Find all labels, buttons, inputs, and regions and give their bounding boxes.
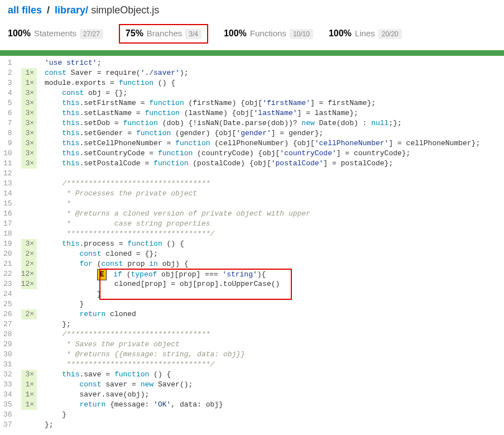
- code-line: this.setDob = function (dob) {!isNaN(Dat…: [40, 118, 504, 128]
- stat-pct: 100%: [224, 28, 247, 39]
- code-line: const Saver = require('./saver');: [40, 68, 504, 78]
- line-number: 16: [3, 209, 12, 219]
- code-line: this.setCellPhoneNumber = function (cell…: [40, 138, 504, 149]
- hit-count: [21, 360, 37, 370]
- stat-lines: 100% Lines 20/20: [329, 28, 402, 39]
- hit-count: 3×: [21, 88, 37, 98]
- line-number: 31: [3, 360, 12, 370]
- hit-count: [21, 329, 37, 340]
- stat-fraction: 27/27: [80, 29, 103, 39]
- code-line: this.setLastName = function (lastName) {…: [40, 108, 504, 118]
- breadcrumb-sep: /: [45, 4, 52, 16]
- stat-pct: 100%: [8, 28, 31, 39]
- hit-count: [21, 340, 37, 350]
- line-number: 2: [3, 68, 12, 78]
- hit-count: 1×: [21, 78, 37, 88]
- line-number: 34: [3, 390, 12, 400]
- hit-count: [21, 189, 37, 199]
- code-line: };: [40, 420, 504, 430]
- code-line: [40, 169, 504, 179]
- stat-functions: 100% Functions 10/10: [224, 28, 313, 39]
- line-number: 24: [3, 289, 12, 299]
- line-number: 27: [3, 319, 12, 329]
- code-line: }: [40, 410, 504, 420]
- line-number: 25: [3, 299, 12, 309]
- code-line: this.process = function () {: [40, 239, 504, 249]
- code-line: cloned[prop] = obj[prop].toUpperCase(): [40, 279, 504, 289]
- hit-count: 1×: [21, 68, 37, 78]
- hit-count: 12×: [21, 279, 37, 289]
- hit-count: 3×: [21, 98, 37, 108]
- hit-count: 12×: [21, 269, 37, 279]
- code-line: }: [40, 289, 504, 299]
- breadcrumb-folder-link[interactable]: library/: [55, 4, 88, 16]
- stat-fraction: 3/4: [185, 29, 201, 39]
- hit-count: 3×: [21, 118, 37, 128]
- code-line: *: [40, 199, 504, 209]
- line-number: 8: [3, 128, 12, 138]
- line-number: 12: [3, 169, 12, 179]
- line-number: 33: [3, 380, 12, 390]
- breadcrumb: all files / library/ simpleObject.js: [0, 0, 504, 16]
- code-line: const obj = {};: [40, 88, 504, 98]
- hit-count: [21, 410, 37, 420]
- line-number: 30: [3, 350, 12, 360]
- branch-marker: E: [97, 269, 107, 280]
- stat-fraction: 10/10: [290, 29, 313, 39]
- hit-count: 3×: [21, 159, 37, 169]
- hit-count: 2×: [21, 309, 37, 319]
- line-number: 3: [3, 78, 12, 88]
- line-number: 13: [3, 179, 12, 189]
- hit-count: [21, 179, 37, 189]
- stat-pct: 75%: [126, 28, 143, 39]
- hit-count: [21, 299, 37, 309]
- code-line: }: [40, 299, 504, 309]
- line-number: 5: [3, 98, 12, 108]
- code-line: * @returns {{message: string, data: obj}…: [40, 350, 504, 360]
- line-number: 11: [3, 159, 12, 169]
- hit-count: 3×: [21, 108, 37, 118]
- code-line: this.save = function () {: [40, 370, 504, 380]
- stat-statements: 100% Statements 27/27: [8, 28, 103, 39]
- hit-count: [21, 209, 37, 219]
- stat-label: Lines: [355, 28, 375, 38]
- line-number: 21: [3, 259, 12, 269]
- code-line: *********************************/: [40, 229, 504, 239]
- code-line: * case string properties: [40, 219, 504, 229]
- breadcrumb-current: simpleObject.js: [91, 4, 159, 16]
- line-number: 35: [3, 400, 12, 410]
- line-number: 28: [3, 329, 12, 340]
- line-number: 15: [3, 199, 12, 209]
- coverage-bar: [0, 50, 504, 56]
- hit-count: 1×: [21, 380, 37, 390]
- code-lines: 'use strict';const Saver = require('./sa…: [40, 56, 504, 432]
- stat-label: Functions: [250, 28, 286, 38]
- line-number: 36: [3, 410, 12, 420]
- line-number: 1: [3, 58, 12, 68]
- line-number: 17: [3, 219, 12, 229]
- line-number: 37: [3, 420, 12, 430]
- hit-count: 3×: [21, 138, 37, 149]
- line-number: 26: [3, 309, 12, 319]
- code-line: /*********************************: [40, 179, 504, 189]
- hit-counts: 1×1×3×3×3×3×3×3×3×3× 3×2×2×12×12× 2× 3×1…: [18, 56, 40, 432]
- line-number: 32: [3, 370, 12, 380]
- hit-count: 2×: [21, 249, 37, 259]
- line-number: 14: [3, 189, 12, 199]
- hit-count: 1×: [21, 400, 37, 410]
- hit-count: [21, 229, 37, 239]
- breadcrumb-root-link[interactable]: all files: [8, 4, 42, 16]
- line-number: 10: [3, 149, 12, 159]
- stat-fraction: 20/20: [378, 29, 402, 39]
- line-number: 20: [3, 249, 12, 259]
- hit-count: 3×: [21, 149, 37, 159]
- line-number: 4: [3, 88, 12, 98]
- code-line: this.setGender = function (gender) {obj[…: [40, 128, 504, 138]
- hit-count: 3×: [21, 239, 37, 249]
- line-number: 18: [3, 229, 12, 239]
- coverage-stats: 100% Statements 27/27 75% Branches 3/4 1…: [0, 16, 504, 50]
- line-number: 7: [3, 118, 12, 128]
- code-line: module.exports = function () {: [40, 78, 504, 88]
- line-number: 9: [3, 138, 12, 149]
- code-line: return cloned: [40, 309, 504, 319]
